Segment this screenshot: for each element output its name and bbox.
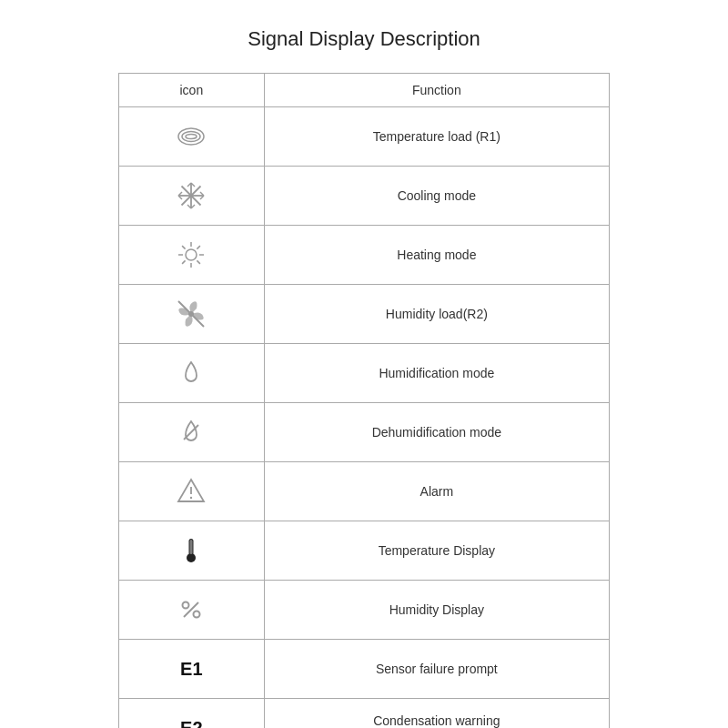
- icon-cell-8: [119, 521, 265, 581]
- snowflake-icon: [175, 179, 207, 212]
- table-row: Temperature Display: [119, 521, 610, 581]
- svg-point-1: [182, 132, 200, 142]
- svg-line-23: [182, 260, 186, 264]
- icon-cell-7: [119, 462, 265, 521]
- drop-icon: [175, 357, 207, 389]
- table-row: E1 Sensor failure prompt: [119, 640, 610, 699]
- e1-icon: E1: [180, 659, 202, 680]
- drop-strike-icon: [175, 416, 207, 449]
- icon-cell-11: E2: [119, 699, 265, 729]
- svg-point-31: [187, 553, 196, 562]
- table-row: Heating mode: [119, 226, 610, 285]
- function-cell-6: Dehumidification mode: [264, 403, 609, 462]
- table-row: Humidity Display: [119, 581, 610, 640]
- function-cell-1: Temperature load (R1): [264, 107, 609, 167]
- thermometer-icon: [175, 534, 207, 567]
- humidity-pct-icon: [175, 593, 207, 626]
- function-cell-10: Sensor failure prompt: [264, 640, 609, 699]
- function-cell-4: Humidity load(R2): [264, 285, 609, 344]
- signal-table: icon Function Temperature load (R1): [118, 73, 610, 728]
- coil-icon: [175, 120, 207, 153]
- svg-point-2: [186, 135, 197, 139]
- svg-line-22: [197, 246, 201, 249]
- function-cell-11: Condensation warning fault prompt: [264, 699, 609, 729]
- icon-cell-1: [119, 107, 265, 167]
- svg-line-21: [197, 260, 201, 264]
- function-cell-3: Heating mode: [264, 226, 609, 285]
- function-cell-9: Humidity Display: [264, 581, 609, 640]
- table-row: Cooling mode: [119, 167, 610, 226]
- svg-rect-32: [190, 540, 193, 554]
- table-header-row: icon Function: [119, 74, 610, 107]
- table-row: Alarm: [119, 462, 610, 521]
- function-cell-8: Temperature Display: [264, 521, 609, 581]
- svg-point-34: [194, 612, 200, 618]
- icon-cell-5: [119, 344, 265, 403]
- table-row: Temperature load (R1): [119, 107, 610, 167]
- svg-point-29: [190, 497, 192, 499]
- table-row: Dehumidification mode: [119, 403, 610, 462]
- function-cell-7: Alarm: [264, 462, 609, 521]
- icon-cell-9: [119, 581, 265, 640]
- svg-line-35: [184, 602, 198, 617]
- svg-point-33: [183, 602, 189, 609]
- icon-cell-4: [119, 285, 265, 344]
- table-row: Humidification mode: [119, 344, 610, 403]
- page-title: Signal Display Description: [248, 27, 480, 51]
- sun-icon: [175, 238, 207, 271]
- svg-point-15: [186, 249, 197, 260]
- col-function-header: Function: [264, 74, 609, 107]
- col-icon-header: icon: [119, 74, 265, 107]
- table-row: Humidity load(R2): [119, 285, 610, 344]
- svg-line-20: [182, 246, 186, 249]
- alarm-icon: [175, 475, 207, 508]
- fan-icon: [175, 298, 207, 330]
- function-cell-2: Cooling mode: [264, 167, 609, 226]
- icon-cell-10: E1: [119, 640, 265, 699]
- icon-cell-6: [119, 403, 265, 462]
- icon-cell-2: [119, 167, 265, 226]
- e2-icon: E2: [180, 718, 202, 729]
- function-cell-5: Humidification mode: [264, 344, 609, 403]
- icon-cell-3: [119, 226, 265, 285]
- table-row: E2 Condensation warning fault prompt: [119, 699, 610, 729]
